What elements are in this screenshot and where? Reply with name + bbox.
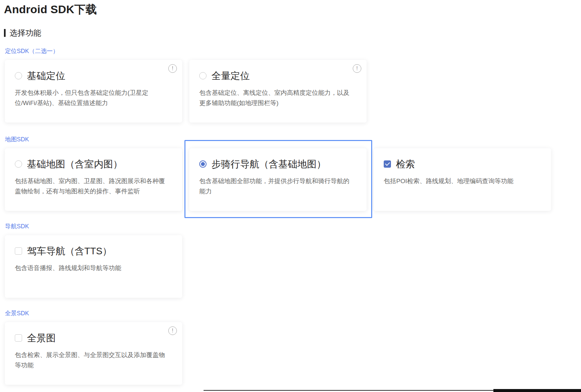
radio-basic-map[interactable] [15,160,22,168]
card-head: 全景图 [15,332,172,344]
info-icon[interactable]: ! [168,326,177,335]
card-search[interactable]: 检索 ! 包括POI检索、路线规划、地理编码查询等功能 [374,148,551,211]
card-cell: 驾车导航（含TTS） ! 包含语音播报、路线规划和导航等功能 [5,235,182,298]
radio-walk-ride-nav-checked[interactable] [199,160,207,168]
card-basic-map[interactable]: 基础地图（含室内图） ! 包括基础地图、室内图、卫星图、路况图展示和各种覆盖物绘… [5,148,182,211]
card-title: 步骑行导航（含基础地图） [211,158,326,170]
card-cell: 步骑行导航（含基础地图） ! 包含基础地图全部功能，并提供步行导航和骑行导航的能… [189,148,367,211]
card-head: 驾车导航（含TTS） [15,245,172,257]
card-description: 包含语音播报、路线规划和导航等功能 [15,263,172,273]
sdk-group-label: 定位SDK（二选一） [5,47,581,55]
radio-full-location[interactable] [199,72,207,79]
checkbox-panorama[interactable] [15,334,22,342]
checkbox-drive-nav[interactable] [15,247,22,255]
exclamation-glyph: ! [172,66,173,71]
card-title: 基础地图（含室内图） [27,158,123,170]
card-cell: 基础地图（含室内图） ! 包括基础地图、室内图、卫星图、路况图展示和各种覆盖物绘… [5,148,182,211]
exclamation-glyph: ! [172,328,173,333]
card-cell: 检索 ! 包括POI检索、路线规划、地理编码查询等功能 [374,148,551,211]
info-icon[interactable]: ! [168,64,177,73]
section-title: 选择功能 [10,28,41,38]
card-description: 开发包体积最小，但只包含基础定位能力(卫星定位/WiFi/基站)、基础位置描述能… [15,88,172,108]
sdk-group: 定位SDK（二选一） 基础定位 ! 开发包体积最小，但只包含基础定位能力(卫星定… [5,47,581,123]
checkbox-search-checked[interactable] [384,160,391,168]
card-full-location[interactable]: 全量定位 ! 包含基础定位、离线定位、室内高精度定位能力，以及更多辅助功能(如地… [189,60,367,123]
card-drive-nav[interactable]: 驾车导航（含TTS） ! 包含语音播报、路线规划和导航等功能 [5,235,182,298]
section-header: 选择功能 [4,28,581,38]
page: Android SDK下载 选择功能 定位SDK（二选一） 基础定位 ! 开发包… [0,0,581,392]
sdk-group-cards: 基础地图（含室内图） ! 包括基础地图、室内图、卫星图、路况图展示和各种覆盖物绘… [5,148,581,211]
card-walk-ride-nav[interactable]: 步骑行导航（含基础地图） ! 包含基础地图全部功能，并提供步行导航和骑行导航的能… [189,148,367,211]
card-title: 全量定位 [211,70,250,82]
sdk-groups: 定位SDK（二选一） 基础定位 ! 开发包体积最小，但只包含基础定位能力(卫星定… [0,47,581,385]
card-description: 包含基础地图全部功能，并提供步行导航和骑行导航的能力 [199,176,357,196]
exclamation-glyph: ! [356,66,358,71]
card-description: 包括基础地图、室内图、卫星图、路况图展示和各种覆盖物绘制，还有与地图相关的操作、… [15,176,172,196]
card-basic-location[interactable]: 基础定位 ! 开发包体积最小，但只包含基础定位能力(卫星定位/WiFi/基站)、… [5,60,182,123]
card-cell: 全景图 ! 包含检索、展示全景图、与全景图交互以及添加覆盖物等功能 [5,322,182,385]
sdk-group-label: 全景SDK [5,310,581,317]
card-title: 基础定位 [27,70,65,82]
card-title: 驾车导航（含TTS） [27,245,112,257]
sdk-group-cards: 全景图 ! 包含检索、展示全景图、与全景图交互以及添加覆盖物等功能 [5,322,581,385]
section-marker-bar [4,29,6,37]
card-description: 包含检索、展示全景图、与全景图交互以及添加覆盖物等功能 [15,350,172,370]
sdk-group-cards: 基础定位 ! 开发包体积最小，但只包含基础定位能力(卫星定位/WiFi/基站)、… [5,60,581,123]
card-panorama[interactable]: 全景图 ! 包含检索、展示全景图、与全景图交互以及添加覆盖物等功能 [5,322,182,385]
card-cell: 基础定位 ! 开发包体积最小，但只包含基础定位能力(卫星定位/WiFi/基站)、… [5,60,182,123]
sdk-group-cards: 驾车导航（含TTS） ! 包含语音播报、路线规划和导航等功能 [5,235,581,298]
sdk-group: 全景SDK 全景图 ! 包含检索、展示全景图、与全景图交互以及添加覆盖物等功能 [5,310,581,385]
card-title: 全景图 [27,332,56,344]
card-head: 全量定位 [199,70,357,82]
card-description: 包含基础定位、离线定位、室内高精度定位能力，以及更多辅助功能(如地理围栏等) [199,88,357,108]
page-title: Android SDK下载 [4,3,581,16]
card-head: 步骑行导航（含基础地图） [199,158,357,170]
info-icon[interactable]: ! [353,64,361,73]
card-head: 检索 [384,158,541,170]
radio-basic-location[interactable] [15,72,22,79]
card-head: 基础定位 [15,70,172,82]
sdk-group: 导航SDK 驾车导航（含TTS） ! 包含语音播报、路线规划和导航等功能 [5,223,581,298]
bottom-divider-thick [493,389,581,392]
sdk-group-label: 导航SDK [5,223,581,230]
card-cell: 全量定位 ! 包含基础定位、离线定位、室内高精度定位能力，以及更多辅助功能(如地… [189,60,367,123]
card-description: 包括POI检索、路线规划、地理编码查询等功能 [384,176,541,186]
card-head: 基础地图（含室内图） [15,158,172,170]
sdk-group: 地图SDK 基础地图（含室内图） ! 包括基础地图、室内图、卫星图、路况图展示和… [5,136,581,211]
card-title: 检索 [396,158,415,170]
sdk-group-label: 地图SDK [5,136,581,143]
